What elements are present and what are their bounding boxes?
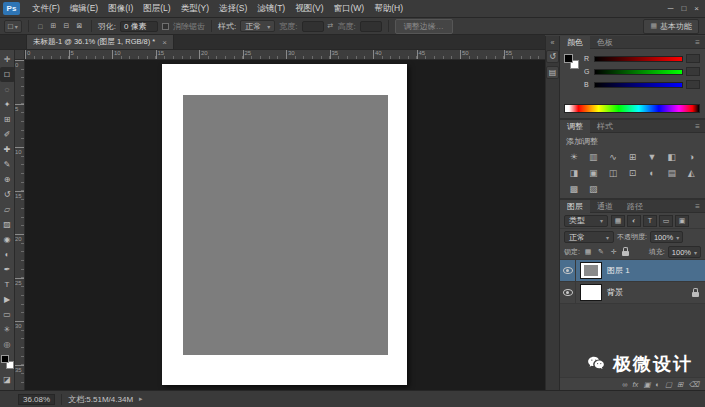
adj-curves-icon[interactable]: ∿ (603, 150, 623, 164)
menu-view[interactable]: 视图(V) (290, 3, 328, 15)
menu-image[interactable]: 图像(I) (103, 3, 138, 15)
eyedropper-tool[interactable]: ✐ (0, 127, 15, 142)
document-canvas[interactable] (162, 64, 407, 385)
adj-channel-mixer-icon[interactable]: ◫ (603, 166, 623, 180)
minimize-button[interactable]: ─ (668, 4, 674, 13)
layer-thumbnail[interactable] (580, 284, 602, 301)
adj-invert-icon[interactable]: ◐ (642, 166, 662, 180)
adj-selective-color-icon[interactable]: ▨ (584, 182, 604, 196)
blur-tool[interactable]: ◉ (0, 232, 15, 247)
quick-mask-mode-icon[interactable]: ◪ (0, 372, 15, 387)
layer-thumbnail[interactable] (580, 262, 602, 279)
style-select[interactable]: 正常 ▾ (240, 20, 275, 32)
eraser-tool[interactable]: ▱ (0, 202, 15, 217)
menu-filter[interactable]: 滤镜(T) (252, 3, 290, 15)
adj-hue-saturation-icon[interactable]: ◧ (662, 150, 682, 164)
ruler-origin[interactable] (15, 50, 25, 60)
filter-type-icon[interactable]: T (643, 215, 657, 227)
filter-shape-icon[interactable]: ▭ (659, 215, 673, 227)
opacity-select[interactable]: 100% ▾ (650, 231, 683, 243)
brush-tool[interactable]: ✎ (0, 157, 15, 172)
filter-pixel-icon[interactable]: ▦ (611, 215, 625, 227)
new-group-icon[interactable]: ▢ (665, 378, 672, 391)
tab-layers[interactable]: 图层 (560, 200, 590, 213)
lasso-tool[interactable]: ◌ (0, 82, 15, 97)
blend-mode-select[interactable]: 正常 ▾ (564, 231, 614, 243)
filter-type-select[interactable]: 类型 ▾ (564, 215, 608, 227)
gradient-tool[interactable]: ▨ (0, 217, 15, 232)
document-tab[interactable]: 未标题-1 @ 36.1% (图层 1, RGB/8) * × (26, 34, 174, 49)
color-panel-swatches[interactable] (564, 54, 579, 69)
blue-value-field[interactable] (686, 80, 700, 89)
close-tab-icon[interactable]: × (162, 38, 167, 47)
adj-color-balance-icon[interactable]: ◑ (681, 150, 701, 164)
tab-channels[interactable]: 通道 (590, 200, 620, 213)
status-options-arrow[interactable]: ▸ (139, 395, 143, 403)
canvas-viewport[interactable] (25, 60, 545, 390)
restore-button[interactable]: □ (681, 4, 686, 13)
move-tool[interactable]: ✛ (0, 52, 15, 67)
menu-help[interactable]: 帮助(H) (369, 3, 408, 15)
zoom-level-field[interactable]: 36.08% (18, 394, 55, 405)
lock-position-icon[interactable]: ✛ (609, 247, 619, 257)
new-layer-icon[interactable]: ⊞ (677, 378, 683, 391)
layer-style-icon[interactable]: fx (633, 378, 639, 391)
lock-transparency-icon[interactable]: ▦ (583, 247, 593, 257)
properties-panel-icon[interactable]: ▤ (546, 66, 559, 79)
adj-color-lookup-icon[interactable]: ⊡ (623, 166, 643, 180)
intersect-selection-icon[interactable]: ⊠ (74, 21, 85, 32)
new-adjustment-layer-icon[interactable]: ◐ (655, 378, 660, 391)
delete-layer-icon[interactable]: ⌫ (688, 378, 699, 391)
history-brush-tool[interactable]: ↺ (0, 187, 15, 202)
expand-panels-icon[interactable]: « (551, 38, 555, 47)
adj-levels-icon[interactable]: ▥ (584, 150, 604, 164)
visibility-toggle[interactable] (560, 282, 576, 303)
adj-posterize-icon[interactable]: ▤ (662, 166, 682, 180)
adj-brightness-contrast-icon[interactable]: ☀ (564, 150, 584, 164)
quick-selection-tool[interactable]: ✦ (0, 97, 15, 112)
add-layer-mask-icon[interactable]: ▣ (643, 378, 650, 391)
visibility-toggle[interactable] (560, 260, 576, 281)
width-input[interactable] (302, 21, 324, 32)
clone-stamp-tool[interactable]: ⊕ (0, 172, 15, 187)
swap-width-height-icon[interactable]: ⇄ (328, 22, 334, 30)
layer-row[interactable]: 背景 (560, 282, 705, 304)
red-value-field[interactable] (686, 54, 700, 63)
red-slider[interactable] (594, 56, 683, 62)
green-value-field[interactable] (686, 67, 700, 76)
panel-menu-icon[interactable]: ≡ (695, 122, 705, 131)
blue-slider[interactable] (594, 82, 683, 88)
panel-menu-icon[interactable]: ≡ (695, 38, 705, 47)
menu-type[interactable]: 类型(Y) (176, 3, 214, 15)
path-selection-tool[interactable]: ▶ (0, 292, 15, 307)
fill-select[interactable]: 100% ▾ (668, 246, 701, 258)
menu-layer[interactable]: 图层(L) (138, 3, 175, 15)
tab-swatches[interactable]: 色板 (590, 36, 620, 49)
color-spectrum-ramp[interactable] (564, 104, 700, 113)
type-tool[interactable]: T (0, 277, 15, 292)
adj-photo-filter-icon[interactable]: ▣ (584, 166, 604, 180)
history-panel-icon[interactable]: ↺ (546, 50, 559, 63)
foreground-color-swatch[interactable] (1, 355, 9, 363)
panel-menu-icon[interactable]: ≡ (695, 202, 705, 211)
foreground-color-swatch[interactable] (564, 54, 573, 63)
zoom-tool[interactable]: ◎ (0, 337, 15, 352)
menu-select[interactable]: 选择(S) (214, 3, 252, 15)
lock-all-icon[interactable] (622, 251, 629, 256)
tab-paths[interactable]: 路径 (620, 200, 650, 213)
add-to-selection-icon[interactable]: ⊞ (48, 21, 59, 32)
filter-adjustment-icon[interactable]: ◐ (627, 215, 641, 227)
shape-tool[interactable]: ▭ (0, 307, 15, 322)
refine-edge-button[interactable]: 调整边缘… (395, 19, 453, 34)
pen-tool[interactable]: ✒ (0, 262, 15, 277)
tab-adjustments[interactable]: 调整 (560, 120, 590, 133)
green-slider[interactable] (594, 69, 683, 75)
tool-preset-picker[interactable]: □ ▾ (4, 20, 22, 33)
menu-edit[interactable]: 编辑(E) (65, 3, 103, 15)
adj-threshold-icon[interactable]: ◭ (681, 166, 701, 180)
tab-styles[interactable]: 样式 (590, 120, 620, 133)
feather-input[interactable]: 0 像素 (120, 21, 158, 32)
new-selection-icon[interactable]: □ (35, 21, 46, 32)
tab-color[interactable]: 颜色 (560, 36, 590, 49)
lock-paint-icon[interactable]: ✎ (596, 247, 606, 257)
